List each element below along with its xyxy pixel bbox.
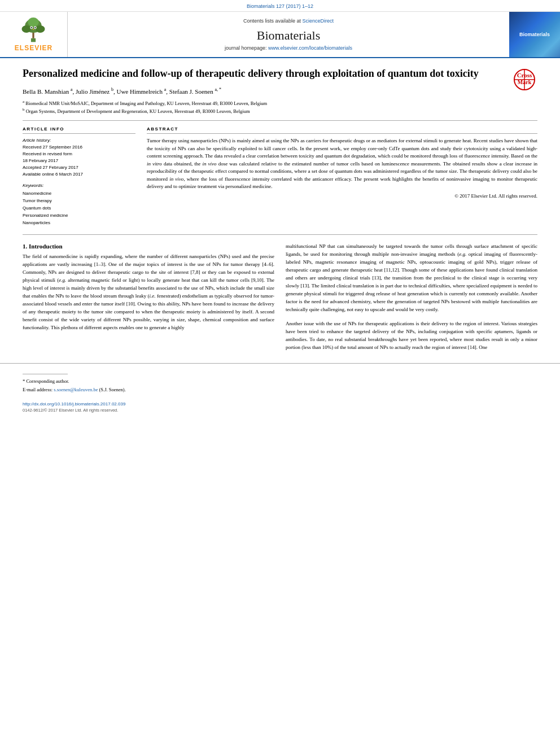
article-info-block: Article history: Received 27 September 2… — [23, 137, 135, 226]
intro-text-col1: The field of nanomedicine is rapidly exp… — [23, 253, 274, 331]
homepage-url[interactable]: www.elsevier.com/locate/biomaterials — [268, 45, 352, 51]
revised-date-2: 18 February 2017 — [23, 158, 135, 164]
abstract-header: ABSTRACT — [147, 126, 537, 134]
email-label: E-mail address: — [23, 387, 53, 392]
citation-text: Biomaterials 127 (2017) 1–12 — [247, 3, 313, 9]
authors-line: Bella B. Manshian a, Julio Jiménez b, Uw… — [23, 87, 537, 95]
footer-area: * Corresponding author. E-mail address: … — [0, 363, 560, 416]
svg-point-8 — [31, 27, 32, 28]
elsevier-wordmark: ELSEVIER — [15, 44, 53, 52]
accepted-date: Accepted 27 February 2017 — [23, 164, 135, 171]
keyword-1: Nanomedicine — [23, 190, 135, 198]
affiliation-a: a Biomedical NMR Unit/MoSAIC, Department… — [23, 99, 537, 107]
keyword-2: Tumor therapy — [23, 198, 135, 205]
article-info-column: ARTICLE INFO Article history: Received 2… — [23, 126, 135, 226]
body-col-right: multifunctional NP that can simultaneous… — [286, 243, 537, 351]
science-direct-link[interactable]: ScienceDirect — [303, 18, 334, 24]
svg-point-5 — [28, 18, 40, 27]
issn-text: 0142-9612/© 2017 Elsevier Ltd. All right… — [23, 408, 537, 413]
article-title: Personalized medicine and follow-up of t… — [23, 67, 537, 80]
journal-title-section: Contents lists available at ScienceDirec… — [68, 12, 509, 57]
journal-cover-image: Biomaterials — [509, 12, 560, 57]
page: Biomaterials 127 (2017) 1–12 — [0, 0, 560, 747]
email-note: E-mail address: s.soenen@kuleuven.be (S.… — [23, 386, 537, 394]
keywords-section: Keywords: Nanomedicine Tumor therapy Qua… — [23, 182, 135, 226]
history-label: Article history: — [23, 137, 135, 144]
article-info-header: ARTICLE INFO — [23, 126, 135, 134]
copyright-text: © 2017 Elsevier Ltd. All rights reserved… — [147, 193, 537, 199]
journal-header: ELSEVIER Contents lists available at Sci… — [0, 12, 560, 58]
journal-homepage: journal homepage: www.elsevier.com/locat… — [225, 45, 352, 51]
crossmark-icon: Cross Mark — [506, 67, 537, 93]
citation-bar: Biomaterials 127 (2017) 1–12 — [0, 0, 560, 12]
body-col-left: 1. Introduction The field of nanomedicin… — [23, 243, 274, 351]
keywords-label: Keywords: — [23, 182, 135, 189]
corresponding-text: * Corresponding author. — [23, 378, 69, 384]
corresponding-note: * Corresponding author. — [23, 378, 537, 385]
journal-cover-label: Biomaterials — [519, 32, 550, 37]
abstract-column: ABSTRACT Tumor therapy using nanoparticl… — [147, 126, 537, 226]
journal-title: Biomaterials — [257, 28, 320, 43]
intro-heading: 1. Introduction — [23, 243, 274, 250]
footnote-line — [23, 374, 68, 374]
affiliation-b: b Organ Systems, Department of Developme… — [23, 107, 537, 115]
svg-rect-0 — [31, 38, 36, 42]
homepage-label: journal homepage: — [225, 45, 267, 51]
elsevier-logo: ELSEVIER — [15, 18, 53, 52]
received-date: Received 27 September 2016 — [23, 144, 135, 151]
doi-link[interactable]: http://dx.doi.org/10.1016/j.biomaterials… — [23, 401, 537, 407]
keyword-4: Personalized medicine — [23, 212, 135, 220]
keyword-3: Quantum dots — [23, 205, 135, 212]
history-section: Article history: Received 27 September 2… — [23, 137, 135, 178]
article-title-text: Personalized medicine and follow-up of t… — [23, 68, 479, 79]
divider-2 — [23, 234, 537, 235]
divider-1 — [23, 120, 537, 121]
svg-point-4 — [36, 25, 45, 32]
body-section: 1. Introduction The field of nanomedicin… — [23, 243, 537, 351]
authors-text: Bella B. Manshian a, Julio Jiménez b, Uw… — [23, 88, 221, 95]
abstract-text: Tumor therapy using nanoparticles (NPs) … — [147, 137, 537, 191]
email-person: (S.J. Soenen). — [99, 387, 126, 392]
keyword-5: Nanoparticles — [23, 220, 135, 227]
article-content: Personalized medicine and follow-up of t… — [0, 58, 560, 363]
revised-date: Received in revised form — [23, 151, 135, 158]
contents-text: Contents lists available at — [243, 18, 301, 24]
svg-point-3 — [22, 25, 31, 32]
intro-text-col2: multifunctional NP that can simultaneous… — [286, 243, 537, 313]
available-date: Available online 6 March 2017 — [23, 171, 135, 178]
crossmark-badge: Cross Mark — [506, 67, 537, 93]
elsevier-tree-icon — [16, 18, 50, 43]
info-abstract-section: ARTICLE INFO Article history: Received 2… — [23, 126, 537, 226]
affiliations: a Biomedical NMR Unit/MoSAIC, Department… — [23, 99, 537, 115]
elsevier-logo-section: ELSEVIER — [0, 12, 68, 57]
svg-point-9 — [35, 27, 36, 28]
email-link[interactable]: s.soenen@kuleuven.be — [54, 387, 98, 392]
science-direct-line: Contents lists available at ScienceDirec… — [243, 18, 334, 24]
journal-cover: Biomaterials — [509, 12, 560, 57]
intro-text-col2-para2: Another issue with the use of NPs for th… — [286, 320, 537, 352]
